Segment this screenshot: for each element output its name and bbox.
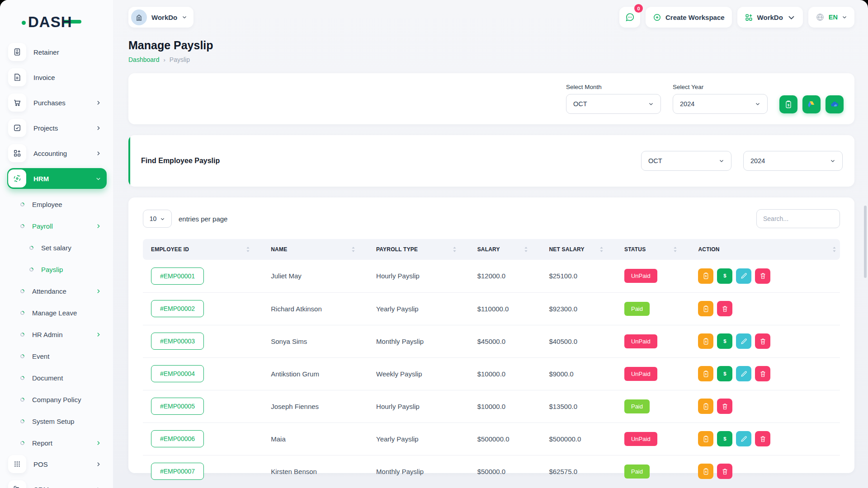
- sidebar-item-event[interactable]: Event: [7, 345, 107, 367]
- edit-button[interactable]: [736, 333, 751, 349]
- delete-button[interactable]: [755, 431, 770, 446]
- sidebar-item-projects[interactable]: Projects: [7, 117, 107, 138]
- status-cell: Paid: [616, 390, 690, 422]
- edit-button[interactable]: [736, 366, 751, 381]
- find-year-select[interactable]: 2024: [743, 151, 843, 171]
- employee-id-cell: #EMP00003: [143, 325, 263, 357]
- year-select[interactable]: 2024: [673, 94, 768, 114]
- find-month-select[interactable]: OCT: [641, 151, 731, 171]
- employee-id-badge[interactable]: #EMP00001: [151, 267, 204, 285]
- sidebar-item-document[interactable]: Document: [7, 367, 107, 389]
- sidebar-item-hr-admin[interactable]: HR Admin: [7, 324, 107, 345]
- bullet-icon: [20, 375, 25, 380]
- payslip-button[interactable]: $: [698, 301, 713, 316]
- column-header-employee-id[interactable]: EMPLOYEE ID: [143, 239, 263, 260]
- search-input[interactable]: [756, 209, 840, 228]
- edit-button[interactable]: [736, 431, 751, 446]
- sidebar-item-company-policy[interactable]: Company Policy: [7, 389, 107, 410]
- sort-icon[interactable]: [524, 246, 528, 253]
- table-row: #EMP00002Richard AtkinsonYearly Payslip$…: [143, 292, 840, 325]
- column-header-salary[interactable]: SALARY: [469, 239, 541, 260]
- sidebar-item-accounting[interactable]: Accounting: [7, 143, 107, 164]
- column-header-status[interactable]: STATUS: [616, 239, 690, 260]
- edit-button[interactable]: [736, 268, 751, 284]
- sidebar-item-system-setup[interactable]: System Setup: [7, 410, 107, 432]
- employee-id-badge[interactable]: #EMP00006: [151, 430, 204, 447]
- sort-icon[interactable]: [599, 246, 604, 253]
- month-select[interactable]: OCT: [566, 94, 661, 114]
- sidebar-item-invoice[interactable]: Invoice: [7, 67, 107, 88]
- breadcrumb-dashboard-link[interactable]: Dashboard: [128, 56, 160, 63]
- employee-id-badge[interactable]: #EMP00007: [151, 463, 204, 480]
- sort-icon[interactable]: [832, 246, 836, 253]
- sidebar-item-manage-leave[interactable]: Manage Leave: [7, 302, 107, 324]
- bullet-icon: [20, 419, 25, 424]
- payslip-icon: $: [702, 272, 710, 280]
- create-workspace-button[interactable]: Create Workspace: [646, 7, 732, 28]
- pay-button[interactable]: $: [717, 333, 732, 349]
- net-salary-cell: $25100.0: [541, 260, 616, 292]
- payroll-type-cell: Weekly Payslip: [368, 357, 469, 390]
- salary-cell: $500000.0: [469, 422, 541, 455]
- delete-button[interactable]: [717, 399, 732, 414]
- sort-icon[interactable]: [351, 246, 355, 253]
- sort-icon[interactable]: [453, 246, 457, 253]
- sidebar-item-purchases[interactable]: Purchases: [7, 92, 107, 113]
- delete-button[interactable]: [755, 333, 770, 349]
- column-header-name[interactable]: NAME: [263, 239, 368, 260]
- delete-button[interactable]: [717, 464, 732, 479]
- sidebar-item-pos[interactable]: POS: [7, 454, 107, 474]
- payslip-button[interactable]: $: [698, 399, 713, 414]
- delete-button[interactable]: [717, 301, 732, 316]
- employee-id-badge[interactable]: #EMP00003: [151, 333, 204, 350]
- brand-logo[interactable]: DASH: [0, 6, 113, 38]
- employee-id-badge[interactable]: #EMP00005: [151, 398, 204, 415]
- sidebar-item-set-salary[interactable]: Set salary: [7, 237, 107, 258]
- pay-button[interactable]: $: [717, 431, 732, 446]
- sidebar-item-payroll[interactable]: Payroll: [7, 215, 107, 237]
- onedrive-export-button[interactable]: [826, 95, 844, 113]
- delete-button[interactable]: [755, 366, 770, 381]
- pay-button[interactable]: $: [717, 366, 732, 381]
- chevron-down-icon: [719, 158, 724, 164]
- salary-cell: $45000.0: [469, 325, 541, 357]
- payslip-button[interactable]: $: [698, 333, 713, 349]
- employee-id-badge[interactable]: #EMP00002: [151, 300, 204, 317]
- sidebar-item-retainer[interactable]: Retainer: [7, 42, 107, 62]
- scrollbar[interactable]: [864, 206, 867, 278]
- sidebar-item-payslip[interactable]: Payslip: [7, 258, 107, 280]
- column-header-payroll-type[interactable]: PAYROLL TYPE: [368, 239, 469, 260]
- google-drive-export-button[interactable]: [802, 95, 821, 113]
- workspace-menu-button[interactable]: WorkDo: [737, 7, 803, 28]
- sidebar-item-attendance[interactable]: Attendance: [7, 280, 107, 302]
- sidebar-item-crm[interactable]: CRM: [7, 479, 107, 488]
- employee-id-badge[interactable]: #EMP00004: [151, 365, 204, 382]
- language-selector[interactable]: EN: [808, 7, 854, 28]
- sort-icon[interactable]: [673, 246, 677, 253]
- sort-icon[interactable]: [246, 246, 250, 253]
- column-header-net-salary[interactable]: NET SALARY: [541, 239, 616, 260]
- bullet-icon: [29, 245, 34, 250]
- find-card-selects: OCT 2024: [641, 151, 843, 171]
- payslip-button[interactable]: $: [698, 431, 713, 446]
- entries-per-page-select[interactable]: 10: [143, 210, 172, 228]
- sidebar-item-report[interactable]: Report: [7, 432, 107, 454]
- salary-cell: $12000.0: [469, 260, 541, 292]
- payslip-button[interactable]: $: [698, 464, 713, 479]
- sidebar-item-hrm[interactable]: HRM: [7, 168, 107, 189]
- sidebar-item-employee[interactable]: Employee: [7, 193, 107, 215]
- chat-badge: 0: [634, 4, 643, 13]
- sidebar-item-label: POS: [33, 460, 48, 468]
- delete-button[interactable]: [755, 268, 770, 284]
- svg-text:$: $: [788, 103, 789, 107]
- messenger-button[interactable]: 0: [619, 7, 640, 28]
- bullet-icon: [20, 202, 25, 207]
- chevron-right-icon: [95, 332, 101, 338]
- bulk-payslip-button[interactable]: $: [779, 95, 797, 113]
- workspace-switcher[interactable]: WorkDo: [128, 7, 193, 28]
- payslip-button[interactable]: $: [698, 268, 713, 284]
- column-header-action[interactable]: ACTION: [690, 239, 840, 260]
- pay-button[interactable]: $: [717, 268, 732, 284]
- payslip-button[interactable]: $: [698, 366, 713, 381]
- select-year-group: Select Year 2024: [673, 84, 768, 114]
